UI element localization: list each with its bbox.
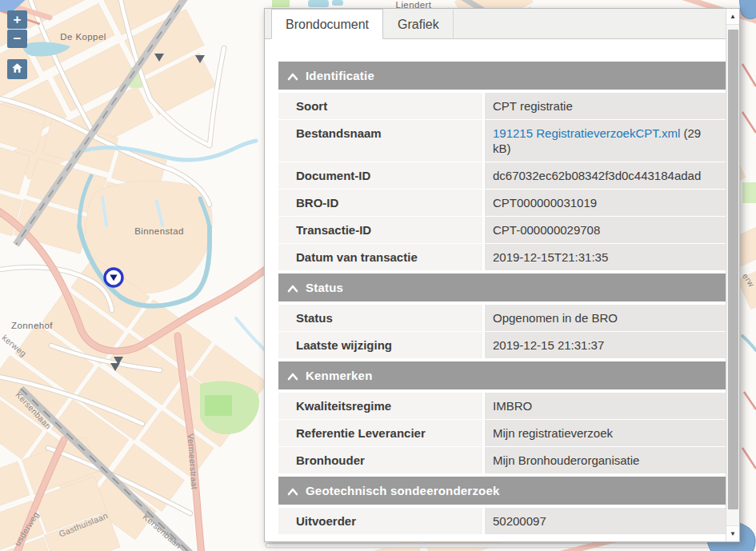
collapse-chevron-icon	[287, 72, 298, 82]
scroll-thumb[interactable]	[728, 30, 738, 509]
detail-row: Referentie Leverancier Mijn registratiev…	[278, 420, 727, 446]
detail-row: Datum van transactie 2019-12-15T21:31:35	[278, 244, 727, 270]
map-controls: + −	[7, 10, 27, 79]
cpt-point-marker[interactable]	[110, 363, 120, 371]
cpt-point-marker[interactable]	[195, 55, 205, 63]
row-label: Transactie-ID	[278, 217, 482, 243]
tab-brondocument[interactable]: Brondocument	[271, 9, 383, 39]
section: Identificatie Soort CPT registratie Best…	[278, 62, 727, 270]
home-button[interactable]	[7, 59, 27, 79]
row-label: Referentie Leverancier	[278, 420, 482, 446]
selected-location-marker[interactable]	[102, 266, 126, 289]
row-value: Mijn registratieverzoek	[485, 420, 727, 446]
section: Geotechnisch sondeeronderzoek Uitvoerder…	[278, 477, 727, 534]
tab-bar: BrondocumentGrafiek	[265, 9, 726, 39]
scroll-up-button[interactable]: ▲	[726, 9, 739, 25]
row-value: 191215 RegistratieverzoekCPT.xml (29 kB)	[485, 120, 727, 162]
panel-body: Identificatie Soort CPT registratie Best…	[265, 39, 739, 541]
row-value: 2019-12-15 21:31:37	[485, 332, 727, 358]
arrow-up-icon: ▲	[730, 13, 736, 20]
row-label: Status	[278, 305, 482, 331]
bro-viewer: LiendertDe KoppelBinnenstadZonnehofkerwe…	[0, 0, 756, 551]
row-label: Laatste wijziging	[278, 332, 482, 358]
detail-panel: BrondocumentGrafiek Identificatie Soort …	[264, 8, 740, 542]
zoom-out-button[interactable]: −	[7, 30, 27, 48]
section-header-kenmerken[interactable]: Kenmerken	[278, 361, 727, 389]
section: Status Status Opgenomen in de BRO Laatst…	[278, 274, 727, 358]
section-header-geotechnisch-sondeeronderzoek[interactable]: Geotechnisch sondeeronderzoek	[278, 477, 727, 505]
detail-row: Bestandsnaam 191215 RegistratieverzoekCP…	[278, 120, 727, 162]
arrow-down-icon: ▼	[730, 530, 736, 537]
section-header-status[interactable]: Status	[278, 274, 727, 301]
row-label: Datum van transactie	[278, 244, 482, 270]
section-title: Identificatie	[306, 69, 374, 82]
home-icon	[10, 62, 24, 78]
collapse-chevron-icon	[287, 372, 298, 381]
row-label: Bronhouder	[278, 447, 482, 473]
panel-scrollbar[interactable]: ▲ ▼	[726, 9, 739, 541]
row-value: 50200097	[485, 508, 727, 534]
detail-row: Transactie-ID CPT-000000029708	[278, 217, 727, 243]
row-value: CPT-000000029708	[485, 217, 727, 243]
row-value: Opgenomen in de BRO	[485, 305, 727, 331]
row-value: CPT000000031019	[485, 190, 727, 216]
row-value: IMBRO	[485, 393, 727, 419]
collapse-chevron-icon	[287, 487, 298, 497]
row-label: BRO-ID	[278, 190, 482, 216]
detail-row: Status Opgenomen in de BRO	[278, 305, 727, 331]
detail-row: Bronhouder Mijn Bronhouderorganisatie	[278, 447, 727, 473]
detail-row: BRO-ID CPT000000031019	[278, 190, 727, 216]
row-label: Kwaliteitsregime	[278, 393, 482, 419]
detail-row: Soort CPT registratie	[278, 93, 727, 119]
row-label: Soort	[278, 93, 482, 119]
row-value: CPT registratie	[485, 93, 727, 119]
detail-row: Laatste wijziging 2019-12-15 21:31:37	[278, 332, 727, 358]
detail-row: Kwaliteitsregime IMBRO	[278, 393, 727, 419]
row-value: Mijn Bronhouderorganisatie	[485, 447, 727, 473]
zoom-in-button[interactable]: +	[7, 10, 27, 29]
row-label: Uitvoerder	[278, 508, 482, 534]
selected-marker-icon	[102, 266, 126, 289]
detail-row: Uitvoerder 50200097	[278, 508, 727, 534]
row-value: dc67032ec62b08342f3d0c443184adad	[485, 162, 727, 189]
collapse-chevron-icon	[287, 284, 298, 293]
section: Kenmerken Kwaliteitsregime IMBRO Referen…	[278, 361, 727, 473]
section-title: Geotechnisch sondeeronderzoek	[306, 484, 500, 497]
detail-row: Document-ID dc67032ec62b08342f3d0c443184…	[278, 162, 727, 189]
row-value: 2019-12-15T21:31:35	[485, 244, 727, 270]
document-link[interactable]: 191215 RegistratieverzoekCPT.xml	[493, 126, 680, 140]
scroll-down-button[interactable]: ▼	[726, 525, 739, 541]
row-label: Bestandsnaam	[278, 120, 482, 162]
section-title: Kenmerken	[306, 369, 373, 382]
row-label: Document-ID	[278, 162, 482, 189]
section-title: Status	[306, 281, 343, 294]
cpt-point-marker[interactable]	[154, 54, 164, 62]
section-header-identificatie[interactable]: Identificatie	[278, 62, 727, 90]
tab-grafiek[interactable]: Grafiek	[383, 9, 454, 38]
